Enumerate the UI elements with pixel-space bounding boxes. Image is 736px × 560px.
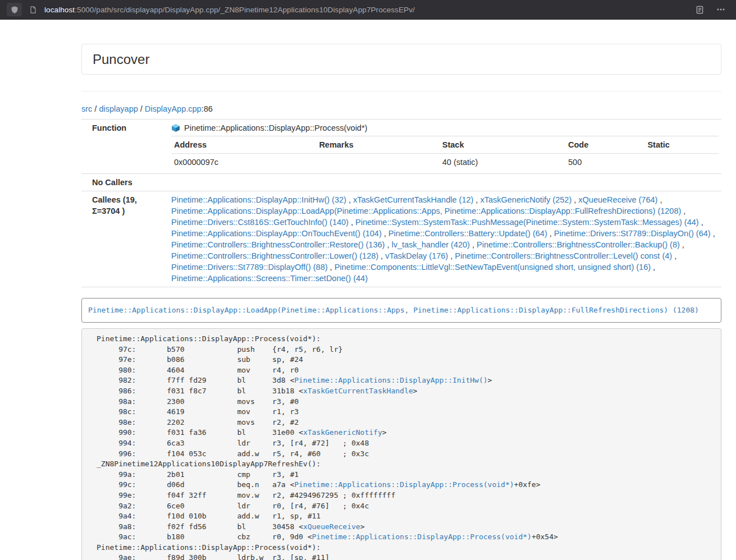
page-icon — [29, 6, 37, 14]
breadcrumb-link[interactable]: displayapp — [99, 104, 138, 113]
breadcrumb-link[interactable]: src — [81, 104, 92, 113]
url-bar[interactable]: localhost:5000/path/src/displayapp/Displ… — [44, 6, 688, 14]
disassembly-symbol-link[interactable]: xTaskGetCurrentTaskHandle — [303, 387, 413, 395]
callee-link[interactable]: Pinetime::Applications::DisplayApp::Init… — [171, 195, 346, 204]
col-header-address: Address — [171, 136, 316, 154]
url-path: :5000/path/src/displayapp/DisplayApp.cpp… — [75, 6, 415, 14]
shield-icon — [11, 6, 19, 14]
reader-mode-icon — [696, 6, 704, 14]
col-header-static: Static — [644, 136, 719, 154]
breadcrumb-separator: / — [138, 104, 145, 113]
callee-link[interactable]: Pinetime::Drivers::St7789::DisplayOff() … — [171, 263, 328, 272]
callee-link[interactable]: vTaskDelay (176) — [385, 251, 448, 260]
callee-link[interactable]: Pinetime::System::SystemTask::PushMessag… — [355, 218, 699, 227]
callee-link[interactable]: Pinetime::Controllers::BrightnessControl… — [455, 251, 672, 260]
callee-link[interactable]: Pinetime::Drivers::St7789::DisplayOn() (… — [554, 229, 711, 238]
function-type-icon — [171, 123, 180, 132]
breadcrumb-separator: / — [92, 104, 99, 113]
code-cell: 500 — [565, 154, 644, 171]
tracking-protection-button[interactable] — [7, 3, 22, 16]
page-content: Puncover src / displayapp / DisplayApp.c… — [81, 44, 721, 560]
callees-row-label: Callees (19, Σ=3704 ) — [81, 191, 168, 287]
callee-link[interactable]: Pinetime::Controllers::BrightnessControl… — [171, 251, 378, 260]
function-row-label: Function — [81, 120, 168, 174]
divider — [81, 91, 721, 91]
callee-link[interactable]: Pinetime::Controllers::Battery::Update()… — [388, 229, 547, 238]
stack-cell: 40 (static) — [440, 154, 565, 171]
callee-link[interactable]: Pinetime::Components::LittleVgl::SetNewT… — [335, 263, 651, 272]
function-cell: Pinetime::Applications::DisplayApp::Proc… — [168, 120, 721, 174]
breadcrumb: src / displayapp / DisplayApp.cpp:86 — [81, 103, 721, 114]
col-header-stack: Stack — [440, 136, 565, 154]
remarks-cell — [316, 154, 439, 171]
app-title-panel: Puncover — [81, 44, 721, 75]
site-info-button[interactable] — [27, 3, 39, 16]
toolbar-actions — [693, 3, 729, 16]
url-host: localhost — [44, 6, 75, 14]
col-header-code: Code — [565, 136, 644, 154]
disassembly-symbol-link[interactable]: Pinetime::Applications::DisplayApp::Proc… — [312, 533, 532, 541]
callee-link[interactable]: Pinetime::Applications::Screens::Timer::… — [171, 274, 368, 283]
callee-link[interactable]: Pinetime::Controllers::BrightnessControl… — [171, 240, 385, 249]
function-name: Pinetime::Applications::DisplayApp::Proc… — [184, 122, 367, 134]
function-details-header-row: Address Remarks Stack Code Static — [171, 136, 719, 154]
callee-link[interactable]: xTaskGenericNotify (252) — [480, 195, 572, 204]
function-row: Function Pinetime::Applications::Display… — [81, 120, 721, 174]
callee-link[interactable]: xTaskGetCurrentTaskHandle (12) — [353, 195, 473, 204]
callee-link[interactable]: Pinetime::Controllers::BrightnessControl… — [477, 240, 680, 249]
callees-list: Pinetime::Applications::DisplayApp::Init… — [168, 191, 721, 287]
callers-row: No Callers — [81, 174, 721, 191]
callee-link[interactable]: lv_task_handler (420) — [391, 240, 469, 249]
disassembly-symbol-link[interactable]: xTaskGenericNotify — [303, 428, 382, 437]
selected-symbol-link[interactable]: Pinetime::Applications::DisplayApp::Load… — [88, 306, 699, 314]
col-header-remarks: Remarks — [316, 136, 439, 154]
callee-link[interactable]: Pinetime::Drivers::Cst816S::GetTouchInfo… — [171, 218, 349, 227]
disassembly-panel: Pinetime::Applications::DisplayApp::Proc… — [81, 328, 721, 560]
callee-link[interactable]: Pinetime::Applications::DisplayApp::Load… — [171, 206, 681, 215]
function-line: Pinetime::Applications::DisplayApp::Proc… — [171, 122, 719, 134]
symbol-table: Function Pinetime::Applications::Display… — [81, 119, 721, 287]
callers-row-label: No Callers — [81, 174, 168, 191]
page-title: Puncover — [93, 51, 710, 67]
breadcrumb-line-number: :86 — [202, 104, 213, 113]
selected-symbol-panel: Pinetime::Applications::DisplayApp::Load… — [81, 298, 721, 323]
disassembly-symbol-link[interactable]: Pinetime::Applications::DisplayApp::Init… — [294, 376, 487, 384]
address-cell: 0x0000097c — [171, 154, 316, 171]
disassembly-code: Pinetime::Applications::DisplayApp::Proc… — [82, 329, 721, 560]
reader-mode-button[interactable] — [693, 3, 706, 16]
callees-row: Callees (19, Σ=3704 ) Pinetime::Applicat… — [81, 191, 721, 287]
overflow-menu-button[interactable] — [715, 3, 727, 16]
callee-link[interactable]: Pinetime::Applications::DisplayApp::OnTo… — [171, 229, 382, 238]
breadcrumb-link[interactable]: DisplayApp.cpp — [145, 104, 202, 113]
static-cell — [644, 154, 719, 171]
browser-toolbar: localhost:5000/path/src/displayapp/Displ… — [0, 0, 736, 20]
callee-link[interactable]: xQueueReceive (764) — [578, 195, 657, 204]
function-details-table: Address Remarks Stack Code Static 0x0000… — [171, 136, 719, 171]
meatball-menu-icon — [716, 5, 725, 14]
disassembly-symbol-link[interactable]: Pinetime::Applications::DisplayApp::Proc… — [294, 480, 514, 489]
function-details-row: 0x0000097c 40 (static) 500 — [171, 154, 719, 171]
disassembly-symbol-link[interactable]: xQueueReceive — [303, 522, 360, 531]
callers-cell — [168, 174, 721, 191]
